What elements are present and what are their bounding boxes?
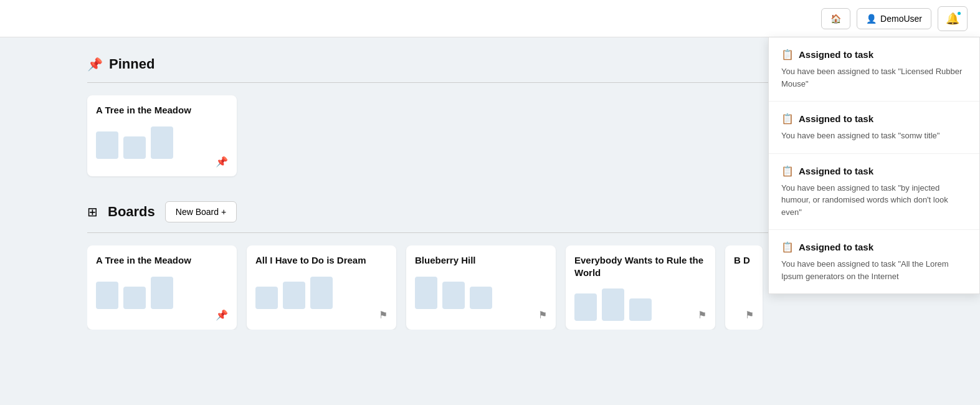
col1 <box>574 293 597 321</box>
notif-2-title: Assigned to task <box>799 113 873 124</box>
board-card-5[interactable]: B D ⚑ <box>725 245 763 330</box>
board-card-5-title: B D <box>734 254 754 267</box>
preview-col-1 <box>96 131 118 159</box>
preview-col-3 <box>151 126 173 159</box>
board-card-2-preview <box>255 277 388 309</box>
board-card-1[interactable]: A Tree in the Meadow 📌 <box>87 245 237 330</box>
notif-3-header: 📋 Assigned to task <box>781 165 967 177</box>
col3 <box>151 277 173 309</box>
card-pin-icon: 📌 <box>216 156 228 168</box>
notif-2-body: You have been assigned to task "somw tit… <box>781 130 967 142</box>
notif-item-2: 📋 Assigned to task You have been assigne… <box>769 102 979 154</box>
board-card-4-preview <box>574 288 706 321</box>
board-card-2-title: All I Have to Do is Dream <box>255 254 388 267</box>
preview-col-2 <box>123 136 146 159</box>
notif-4-header: 📋 Assigned to task <box>781 241 967 253</box>
notif-2-header: 📋 Assigned to task <box>781 113 967 125</box>
col3 <box>310 277 333 309</box>
board-card-1-title: A Tree in the Meadow <box>96 254 228 267</box>
user-label: DemoUser <box>880 14 922 24</box>
pinned-card[interactable]: A Tree in the Meadow 📌 <box>87 95 237 176</box>
col1 <box>96 282 118 309</box>
col2 <box>283 282 305 309</box>
pin-icon: 📌 <box>87 57 103 72</box>
notif-3-title: Assigned to task <box>799 166 873 176</box>
boards-icon: ⊞ <box>87 204 98 219</box>
notif-1-title: Assigned to task <box>799 49 873 60</box>
board-card-1-preview <box>96 277 228 309</box>
pinned-title: Pinned <box>109 56 155 72</box>
col3 <box>470 287 492 309</box>
col2 <box>442 282 465 309</box>
board-card-3-preview <box>415 277 547 309</box>
col3 <box>629 298 652 321</box>
notif-4-title: Assigned to task <box>799 242 873 252</box>
col2 <box>602 288 624 321</box>
pinned-card-title: A Tree in the Meadow <box>96 104 228 117</box>
notification-dot <box>956 11 962 16</box>
home-icon: 🏠 <box>830 14 841 24</box>
notif-3-icon: 📋 <box>781 165 794 177</box>
notif-3-body: You have been assigned to task "by injec… <box>781 182 967 219</box>
notif-item-1: 📋 Assigned to task You have been assigne… <box>769 37 979 102</box>
col2 <box>123 287 146 309</box>
header: 🏠 👤 DemoUser 🔔 <box>0 0 980 37</box>
board-card-4-title: Everybody Wants to Rule the World <box>574 254 706 279</box>
notif-1-body: You have been assigned to task "Licensed… <box>781 65 967 90</box>
notification-dropdown: 📋 Assigned to task You have been assigne… <box>768 37 980 294</box>
col1 <box>415 277 437 309</box>
card-1-pin: 📌 <box>216 309 228 321</box>
user-button[interactable]: 👤 DemoUser <box>857 8 931 29</box>
card-3-pin: ⚑ <box>538 309 547 321</box>
card-5-pin: ⚑ <box>745 309 754 321</box>
boards-title: Boards <box>108 204 155 220</box>
notif-1-header: 📋 Assigned to task <box>781 49 967 60</box>
card-4-pin: ⚑ <box>698 309 706 321</box>
col1 <box>255 287 278 309</box>
notif-item-3: 📋 Assigned to task You have been assigne… <box>769 154 979 231</box>
board-card-3[interactable]: Blueberry Hill ⚑ <box>406 245 556 330</box>
notif-item-4: 📋 Assigned to task You have been assigne… <box>769 230 979 293</box>
notif-2-icon: 📋 <box>781 113 794 125</box>
card-2-pin: ⚑ <box>379 309 388 321</box>
pinned-card-preview <box>96 126 228 159</box>
board-card-2[interactable]: All I Have to Do is Dream ⚑ <box>247 245 396 330</box>
notif-4-icon: 📋 <box>781 241 794 253</box>
notification-button[interactable]: 🔔 <box>938 6 968 31</box>
notif-4-body: You have been assigned to task "All the … <box>781 258 967 282</box>
user-icon: 👤 <box>866 14 877 24</box>
board-card-3-title: Blueberry Hill <box>415 254 547 267</box>
new-board-button[interactable]: New Board + <box>165 201 237 222</box>
home-button[interactable]: 🏠 <box>821 8 850 29</box>
notif-1-icon: 📋 <box>781 49 794 60</box>
board-card-4[interactable]: Everybody Wants to Rule the World ⚑ <box>566 245 715 330</box>
